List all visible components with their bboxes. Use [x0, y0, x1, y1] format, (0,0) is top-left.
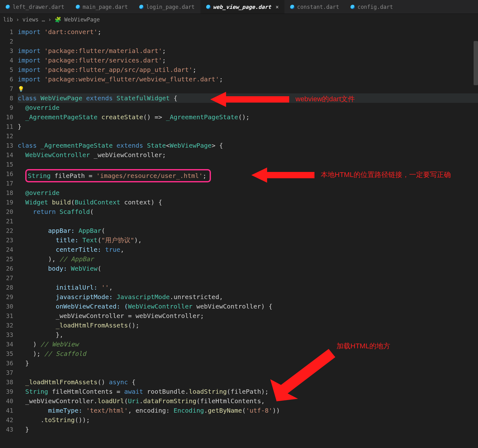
tab-web-view-page[interactable]: web_view_page.dart× [200, 0, 284, 14]
code-line [18, 368, 478, 377]
line-number: 42 [0, 415, 18, 425]
tab-label: config.dart [357, 4, 393, 10]
line-number: 16 [0, 169, 18, 179]
line-number: 34 [0, 339, 18, 349]
code-line: import 'package:webview_flutter/webview_… [18, 74, 478, 84]
line-number: 41 [0, 406, 18, 415]
line-number: 39 [0, 387, 18, 396]
dart-icon [6, 5, 10, 9]
code-line: String fileHtmlContents = await rootBund… [18, 387, 478, 396]
line-number: 6 [0, 74, 18, 84]
code-line: centerTitle: true, [18, 245, 478, 254]
code-line: ) // WebView [18, 339, 478, 349]
line-number: 31 [0, 311, 18, 321]
line-number: 30 [0, 302, 18, 311]
code-line [18, 131, 478, 141]
line-number: 20 [0, 207, 18, 216]
dart-icon [206, 5, 211, 9]
tab-login-page[interactable]: login_page.dart [134, 0, 200, 14]
code-area[interactable]: webview的dart文件 本地HTML的位置路径链接，一定要写正确 加载HT… [18, 25, 478, 448]
line-number: 36 [0, 358, 18, 368]
dart-icon [350, 5, 355, 9]
line-number: 33 [0, 330, 18, 339]
close-icon[interactable]: × [276, 4, 279, 10]
code-line: ), // AppBar [18, 254, 478, 264]
crumb-folder: views [22, 16, 39, 23]
tab-main-page[interactable]: main_page.dart [70, 0, 134, 14]
line-number: 1 [0, 27, 18, 37]
line-number: 26 [0, 264, 18, 273]
code-line: .toString()); [18, 415, 478, 425]
editor[interactable]: 1234567891011121314151617181920212223242… [0, 25, 478, 448]
line-number: 9 [0, 103, 18, 112]
line-number: 4 [0, 56, 18, 65]
line-number: 2 [0, 37, 18, 46]
line-number: 14 [0, 150, 18, 160]
tab-left-drawer[interactable]: left_drawer.dart [0, 0, 70, 14]
line-number: 15 [0, 160, 18, 169]
code-line: import 'package:flutter/services.dart'; [18, 56, 478, 65]
code-line [18, 37, 478, 46]
line-number: 3 [0, 46, 18, 56]
tab-label: constant.dart [297, 4, 339, 10]
code-line: WebViewController _webViewController; [18, 150, 478, 160]
code-line: import 'package:flutter/material.dart'; [18, 46, 478, 56]
highlight-box: String filePath = 'images/resource/user_… [25, 169, 211, 182]
tab-constant[interactable]: constant.dart [284, 0, 345, 14]
line-number: 19 [0, 197, 18, 207]
scrollbar-thumb[interactable] [474, 41, 478, 85]
code-line: _AgreementPageState createState() => _Ag… [18, 112, 478, 122]
code-line-highlighted: String filePath = 'images/resource/user_… [18, 169, 478, 179]
code-line: appBar: AppBar( [18, 226, 478, 235]
chevron-right-icon: › [48, 16, 51, 23]
code-line: _loadHtmlFromAssets() async { [18, 377, 478, 387]
tab-label: main_page.dart [83, 4, 128, 10]
code-line: onWebViewCreated: (WebViewController web… [18, 302, 478, 311]
code-line: mimeType: 'text/html', encoding: Encodin… [18, 406, 478, 415]
line-number: 17 [0, 179, 18, 188]
line-number: 35 [0, 349, 18, 358]
crumb-root: lib [3, 16, 13, 23]
line-number: 7 [0, 84, 18, 93]
code-line: class _AgreementPageState extends State<… [18, 141, 478, 150]
line-number: 37 [0, 368, 18, 377]
dart-icon [290, 5, 295, 9]
crumb-ellipsis: … [42, 16, 45, 23]
breadcrumb[interactable]: lib › views … › 🧩 WebViewPage [0, 14, 478, 25]
line-number: 29 [0, 292, 18, 302]
code-line: } [18, 358, 478, 368]
line-number: 28 [0, 283, 18, 292]
code-line: _webViewController.loadUrl(Uri.dataFromS… [18, 396, 478, 406]
line-number: 38 [0, 377, 18, 387]
code-line: }, [18, 330, 478, 339]
tab-label: web_view_page.dart [213, 4, 271, 10]
tab-label: left_drawer.dart [13, 4, 64, 10]
tab-config[interactable]: config.dart [345, 0, 399, 14]
crumb-class: WebViewPage [64, 16, 100, 23]
code-line [18, 273, 478, 283]
code-line: @override [18, 103, 478, 112]
code-line: } [18, 425, 478, 434]
line-number: 32 [0, 321, 18, 330]
line-number: 10 [0, 112, 18, 122]
chevron-right-icon: › [16, 16, 19, 23]
code-line: _loadHtmlFromAssets(); [18, 321, 478, 330]
code-line: import 'package:flutter_app/src/app_util… [18, 65, 478, 74]
line-number: 23 [0, 235, 18, 245]
code-line: class WebViewPage extends StatefulWidget… [18, 93, 478, 103]
line-number: 18 [0, 188, 18, 197]
line-number: 8 [0, 93, 18, 103]
code-line [18, 160, 478, 169]
line-number: 43 [0, 425, 18, 434]
code-line: initialUrl: '', [18, 283, 478, 292]
tab-label: login_page.dart [146, 4, 195, 10]
code-line: javascriptMode: JavascriptMode.unrestric… [18, 292, 478, 302]
line-number: 13 [0, 141, 18, 150]
line-number: 12 [0, 131, 18, 141]
code-line: body: WebView( [18, 264, 478, 273]
code-line: @override [18, 188, 478, 197]
line-number-gutter: 1234567891011121314151617181920212223242… [0, 25, 18, 448]
line-number: 22 [0, 226, 18, 235]
code-line [18, 216, 478, 226]
code-line: _webViewController = webViewController; [18, 311, 478, 321]
